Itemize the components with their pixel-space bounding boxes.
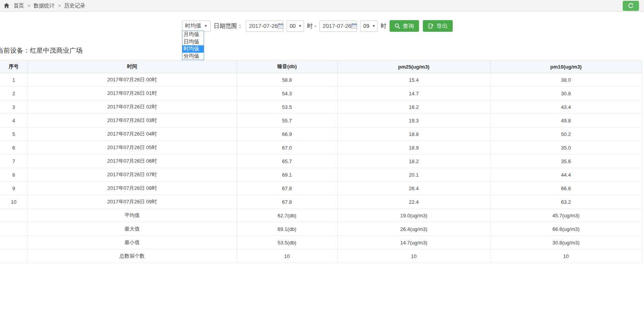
home-icon xyxy=(4,3,9,8)
table-cell: 7 xyxy=(0,155,27,168)
table-cell: 43.4 xyxy=(490,100,642,114)
search-icon xyxy=(395,23,400,29)
table-cell: 50.2 xyxy=(490,127,642,141)
table-cell: 30.8 xyxy=(490,87,642,100)
table-row: 最小值53.5(db)14.7(ug/m3)30.8(ug/m3) xyxy=(0,236,642,249)
chevron-down-icon: ▼ xyxy=(299,24,302,28)
table-cell xyxy=(0,222,27,236)
table-cell: 26.4(ug/m3) xyxy=(337,222,490,236)
table-cell: 66.9 xyxy=(237,127,337,141)
period-select[interactable]: 时均值 ▼ xyxy=(182,21,211,32)
header-pm10: pm10(ug/m3) xyxy=(490,60,642,73)
table-cell: 67.8 xyxy=(237,195,337,209)
table-cell: 66.6(ug/m3) xyxy=(490,222,642,236)
table-cell: 49.8 xyxy=(490,114,642,127)
table-cell: 65.7 xyxy=(237,155,337,168)
refresh-button[interactable] xyxy=(623,1,639,11)
start-hour-select[interactable]: 00 ▼ xyxy=(287,21,304,32)
table-cell: 总数据个数 xyxy=(27,249,237,263)
end-hour-select[interactable]: 09 ▼ xyxy=(360,21,378,32)
table-row: 平均值62.7(db)19.0(ug/m3)45.7(ug/m3) xyxy=(0,209,642,222)
end-date-input[interactable]: 2017-07-26 xyxy=(319,21,357,32)
table-cell: 38.0 xyxy=(490,73,642,87)
table-cell: 平均值 xyxy=(27,209,237,222)
refresh-icon xyxy=(628,3,634,9)
table-cell: 18.2 xyxy=(337,155,490,168)
table-cell: 9 xyxy=(0,182,27,195)
table-cell: 2017年07月26日 01时 xyxy=(27,87,237,100)
table-cell xyxy=(0,249,27,263)
table-cell: 69.1(db) xyxy=(237,222,337,236)
breadcrumb-separator: > xyxy=(58,3,61,9)
query-button-label: 查询 xyxy=(403,22,414,30)
date-range-label: 日期范围： xyxy=(214,22,243,30)
dropdown-option[interactable]: 分均值 xyxy=(182,53,204,60)
table-cell: 16.2 xyxy=(337,100,490,114)
table-cell: 2 xyxy=(0,87,27,100)
table-row: 总数据个数101010 xyxy=(0,249,642,263)
dropdown-option[interactable]: 时均值 xyxy=(182,45,204,53)
table-cell: 15.4 xyxy=(337,73,490,87)
chevron-down-icon: ▼ xyxy=(372,24,376,28)
table-cell: 4 xyxy=(0,114,27,127)
header-noise: 噪音(db) xyxy=(237,60,337,73)
table-cell: 2017年07月26日 04时 xyxy=(27,127,237,141)
period-dropdown-list: 月均值日均值时均值分均值 xyxy=(182,31,204,60)
table-row: 12017年07月26日 00时58.815.438.0 xyxy=(0,73,642,87)
header-index: 序号 xyxy=(0,60,27,73)
start-date-value: 2017-07-26 xyxy=(249,23,278,29)
table-cell: 67.8 xyxy=(237,182,337,195)
export-button-label: 导出 xyxy=(436,22,448,30)
calendar-icon[interactable] xyxy=(351,23,357,29)
table-row: 72017年07月26日 06时65.718.235.6 xyxy=(0,155,642,168)
table-cell: 10 xyxy=(237,249,337,263)
table-cell: 2017年07月26日 08时 xyxy=(27,182,237,195)
table-cell: 18.8 xyxy=(337,127,490,141)
table-cell: 67.0 xyxy=(237,141,337,155)
table-cell: 62.7(db) xyxy=(237,209,337,222)
breadcrumb-data-statistics[interactable]: 数据统计 xyxy=(34,2,55,9)
table-row: 102017年07月26日 09时67.822.463.2 xyxy=(0,195,642,209)
table-cell: 1 xyxy=(0,73,27,87)
query-button[interactable]: 查询 xyxy=(390,20,419,32)
table-cell: 35.0 xyxy=(490,141,642,155)
table-cell: 10 xyxy=(0,195,27,209)
table-row: 最大值69.1(db)26.4(ug/m3)66.6(ug/m3) xyxy=(0,222,642,236)
table-cell: 22.4 xyxy=(337,195,490,209)
export-button[interactable]: 导出 xyxy=(423,20,453,32)
query-toolbar: 时均值 ▼ 日期范围： 2017-07-26 00 ▼ 时 - 2017-07-… xyxy=(182,20,453,32)
breadcrumb-history-records: 历史记录 xyxy=(64,2,85,9)
end-hour-value: 09 xyxy=(363,23,369,29)
table-cell: 2017年07月26日 07时 xyxy=(27,168,237,182)
table-cell: 58.8 xyxy=(237,73,337,87)
table-row: 62017年07月26日 05时67.018.935.0 xyxy=(0,141,642,155)
table-cell: 69.1 xyxy=(237,168,337,182)
table-header-row: 序号 时间 噪音(db) pm25(ug/m3) pm10(ug/m3) xyxy=(0,60,642,73)
current-device-label: 当前设备：红星中茂商业广场 xyxy=(0,46,82,55)
start-date-input[interactable]: 2017-07-26 xyxy=(246,21,283,32)
table-cell: 8 xyxy=(0,168,27,182)
dropdown-option[interactable]: 月均值 xyxy=(182,31,204,38)
breadcrumb-separator: > xyxy=(27,3,30,9)
table-row: 52017年07月26日 04时66.918.850.2 xyxy=(0,127,642,141)
table-cell: 2017年07月26日 00时 xyxy=(27,73,237,87)
table-cell: 6 xyxy=(0,141,27,155)
table-cell: 44.4 xyxy=(490,168,642,182)
breadcrumb-home[interactable]: 首页 xyxy=(14,2,24,9)
table-cell: 2017年07月26日 03时 xyxy=(27,114,237,127)
table-cell: 66.6 xyxy=(490,182,642,195)
table-cell xyxy=(0,236,27,249)
calendar-icon[interactable] xyxy=(278,23,283,29)
table-cell: 14.7(ug/m3) xyxy=(337,236,490,249)
table-cell: 3 xyxy=(0,100,27,114)
table-cell: 35.6 xyxy=(490,155,642,168)
table-cell: 最小值 xyxy=(27,236,237,249)
table-cell: 19.3 xyxy=(337,114,490,127)
table-row: 82017年07月26日 07时69.120.144.4 xyxy=(0,168,642,182)
start-hour-suffix-label: 时 - xyxy=(307,22,316,30)
chevron-down-icon: ▼ xyxy=(204,24,208,28)
start-hour-value: 00 xyxy=(290,23,296,29)
dropdown-option[interactable]: 日均值 xyxy=(182,38,204,46)
table-cell: 19.0(ug/m3) xyxy=(337,209,490,222)
end-date-value: 2017-07-26 xyxy=(323,23,351,29)
